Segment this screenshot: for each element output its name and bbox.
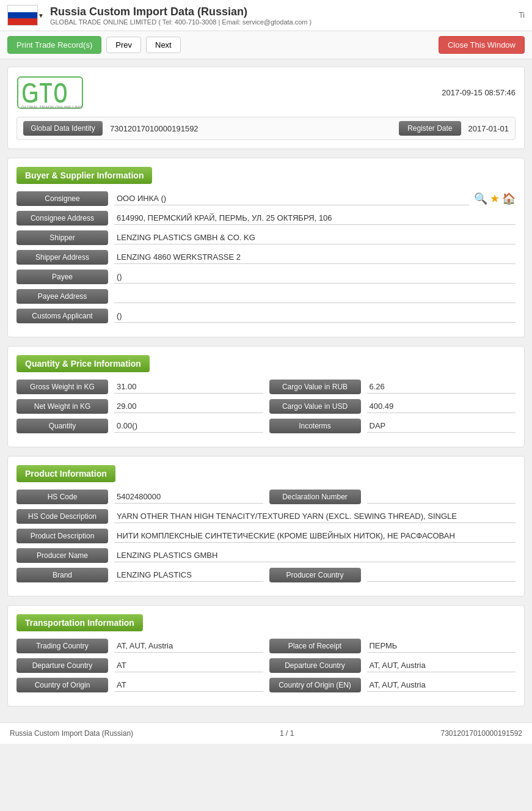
shipper-address-row: Shipper Address LENZING 4860 WERKSTRASSE… (16, 250, 516, 265)
gross-cargo-rub-row: Gross Weight in KG 31.00 Cargo Value in … (16, 380, 516, 394)
producer-country-label: Producer Country (269, 568, 361, 582)
consignee-row: Consignee ООО ИНКА () 🔍 ★ 🏠 (16, 191, 516, 206)
payee-value: () (114, 270, 516, 284)
quantity-incoterms-row: Quantity 0.00() Incoterms DAP (16, 419, 516, 433)
departure-country-label: Departure Country (16, 658, 108, 673)
identity-row: Global Data Identity 7301201701000019159… (16, 117, 516, 140)
header-right-text: Ti (519, 11, 525, 20)
svg-rect-0 (18, 77, 82, 108)
cargo-usd-value: 400.49 (367, 400, 516, 413)
gross-weight-label: Gross Weight in KG (16, 380, 108, 394)
producer-country-value (367, 568, 516, 582)
footer-right: 73012017010000191592 (441, 729, 522, 738)
company-logo: GLOBAL TRADE ONLINE LIMITED (16, 76, 84, 109)
logo-row: GLOBAL TRADE ONLINE LIMITED 2017-09-15 0… (16, 76, 516, 109)
transportation-section-header: Transportation Information (16, 614, 143, 631)
main-content: GLOBAL TRADE ONLINE LIMITED 2017-09-15 0… (0, 59, 532, 722)
place-of-receipt-group: Place of Receipt ПЕРМЬ (269, 639, 516, 653)
hs-description-label: HS Code Description (16, 509, 108, 524)
quantity-price-section-header: Quantity & Price Information (16, 355, 150, 372)
logo-box: GLOBAL TRADE ONLINE LIMITED (16, 76, 84, 109)
incoterms-group: Incoterms DAP (269, 419, 516, 433)
quantity-group: Quantity 0.00() (16, 419, 263, 433)
trading-country-value: AT, AUT, Austria (114, 639, 263, 653)
brand-producer-country-row: Brand LENZING PLASTICS Producer Country (16, 568, 516, 582)
customs-applicant-value: () (114, 309, 516, 323)
country-of-origin-label: Country of Origin (16, 678, 108, 692)
country-of-origin-value: AT (114, 678, 263, 692)
country-flag (7, 5, 38, 26)
country-of-origin-en-value: AT, AUT, Austria (367, 678, 516, 692)
cargo-rub-group: Cargo Value in RUB 6.26 (269, 380, 516, 394)
net-weight-label: Net Weight in KG (16, 399, 108, 414)
origin-row: Country of Origin AT Country of Origin (… (16, 678, 516, 692)
departure-row: Departure Country AT Departure Country A… (16, 658, 516, 673)
cargo-usd-label: Cargo Value in USD (269, 399, 361, 414)
country-of-origin-en-group: Country of Origin (EN) AT, AUT, Austria (269, 678, 516, 692)
header: ▼ Russia Custom Import Data (Russian) GL… (0, 0, 532, 31)
departure-country-group: Departure Country AT (16, 658, 263, 673)
identity-card: GLOBAL TRADE ONLINE LIMITED 2017-09-15 0… (7, 67, 525, 149)
home-icon[interactable]: 🏠 (502, 192, 516, 205)
brand-group: Brand LENZING PLASTICS (16, 568, 263, 582)
country-of-origin-group: Country of Origin AT (16, 678, 263, 692)
toolbar: Print Trade Record(s) Prev Next Close Th… (0, 31, 532, 59)
payee-row: Payee () (16, 270, 516, 284)
transportation-card: Transportation Information Trading Count… (7, 605, 525, 706)
net-weight-group: Net Weight in KG 29.00 (16, 399, 263, 414)
dropdown-arrow-icon[interactable]: ▼ (38, 12, 44, 19)
header-subtitle: GLOBAL TRADE ONLINE LIMITED ( Tel: 400-7… (50, 18, 519, 26)
declaration-number-label: Declaration Number (269, 490, 361, 504)
hs-code-value: 5402480000 (114, 490, 263, 504)
product-description-label: Product Description (16, 529, 108, 543)
net-weight-value: 29.00 (114, 400, 263, 413)
register-date-value: 2017-01-01 (468, 124, 509, 133)
prev-button[interactable]: Prev (106, 37, 141, 53)
record-timestamp: 2017-09-15 08:57:46 (442, 88, 516, 97)
trading-country-group: Trading Country AT, AUT, Austria (16, 639, 263, 653)
next-button[interactable]: Next (146, 37, 181, 53)
consignee-value: ООО ИНКА () (114, 192, 469, 205)
consignee-address-row: Consignee Address 614990, ПЕРМСКИЙ КРАЙ,… (16, 211, 516, 226)
hs-description-value: YARN OTHER THAN HIGH TENACITY/TEXTURED Y… (114, 510, 516, 523)
search-icon[interactable]: 🔍 (474, 192, 487, 205)
register-date-label: Register Date (399, 121, 461, 136)
quantity-price-card: Quantity & Price Information Gross Weigh… (7, 346, 525, 447)
shipper-row: Shipper LENZING PLASTICS GMBH & CO. KG (16, 230, 516, 245)
global-data-identity-value: 73012017010000191592 (110, 124, 399, 133)
shipper-address-label: Shipper Address (16, 250, 108, 265)
close-button[interactable]: Close This Window (439, 36, 525, 54)
quantity-label: Quantity (16, 419, 108, 433)
incoterms-value: DAP (367, 419, 516, 433)
star-icon[interactable]: ★ (490, 192, 500, 205)
producer-name-row: Producer Name LENZING PLASTICS GMBH (16, 548, 516, 563)
consignee-address-value: 614990, ПЕРМСКИЙ КРАЙ, ПЕРМЬ, УЛ. 25 ОКТ… (114, 211, 516, 225)
customs-applicant-label: Customs Applicant (16, 309, 108, 323)
consignee-address-label: Consignee Address (16, 211, 108, 226)
product-card: Product Information HS Code 5402480000 D… (7, 456, 525, 596)
producer-country-group: Producer Country (269, 568, 516, 582)
print-button[interactable]: Print Trade Record(s) (7, 36, 101, 54)
buyer-supplier-section-header: Buyer & Supplier Information (16, 167, 152, 184)
shipper-label: Shipper (16, 230, 108, 245)
shipper-address-value: LENZING 4860 WERKSTRASSE 2 (114, 251, 516, 264)
hs-description-row: HS Code Description YARN OTHER THAN HIGH… (16, 509, 516, 524)
consignee-label: Consignee (16, 191, 108, 206)
global-data-identity-label: Global Data Identity (23, 121, 103, 136)
hs-declaration-row: HS Code 5402480000 Declaration Number (16, 490, 516, 504)
customs-applicant-row: Customs Applicant () (16, 309, 516, 323)
hs-code-label: HS Code (16, 490, 108, 504)
page-title: Russia Custom Import Data (Russian) (50, 6, 519, 18)
buyer-supplier-card: Buyer & Supplier Information Consignee О… (7, 158, 525, 337)
footer-center: 1 / 1 (280, 729, 294, 738)
consignee-icons: 🔍 ★ 🏠 (474, 192, 516, 205)
gross-weight-value: 31.00 (114, 380, 263, 394)
brand-value: LENZING PLASTICS (114, 568, 263, 582)
shipper-value: LENZING PLASTICS GMBH & CO. KG (114, 231, 516, 244)
departure-country-en-label: Departure Country (269, 658, 361, 673)
svg-text:GLOBAL TRADE ONLINE LIMITED: GLOBAL TRADE ONLINE LIMITED (21, 105, 84, 109)
product-description-row: Product Description НИТИ КОМПЛЕКСНЫЕ СИН… (16, 529, 516, 543)
cargo-rub-value: 6.26 (367, 380, 516, 394)
payee-address-value (114, 290, 516, 303)
place-of-receipt-label: Place of Receipt (269, 639, 361, 653)
